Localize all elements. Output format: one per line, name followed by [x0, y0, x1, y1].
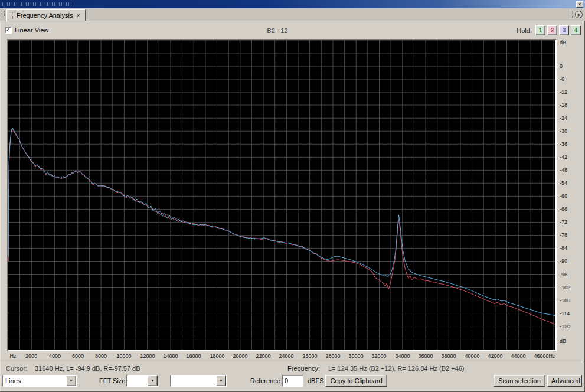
db-tick-label: -72 — [560, 220, 567, 225]
status-bar: Cursor: 31640 Hz, L= -94.9 dB, R=-97.57 … — [0, 362, 585, 373]
db-tick-label: -114 — [560, 311, 570, 316]
spectrum-canvas — [8, 40, 555, 350]
frequency-value: L= 124.35 Hz (B2 +12), R= 126.84 Hz (B2 … — [328, 365, 465, 372]
db-tick-label: -30 — [560, 129, 567, 134]
tab-bar: Frequency Analysis × ▶ — [0, 8, 585, 21]
window-close-button[interactable]: × — [576, 1, 583, 8]
frequency-tick-label: 24000 — [279, 353, 293, 359]
db-tick-label: -120 — [560, 324, 570, 329]
spectrum-plot[interactable] — [7, 39, 557, 351]
scan-selection-button[interactable]: Scan selection — [494, 375, 545, 387]
frequency-tick-label: 42000 — [488, 353, 502, 359]
frequency-tick-label: 4000 — [49, 353, 61, 359]
display-mode-select[interactable]: Lines ▼ — [2, 375, 77, 387]
display-mode-value: Lines — [3, 375, 66, 386]
frequency-tick-label: 40000 — [465, 353, 479, 359]
frequency-label: Frequency: — [287, 365, 320, 372]
dropdown-arrow-icon: ▼ — [70, 379, 73, 383]
db-tick-label: -24 — [560, 116, 567, 121]
frequency-tick-label: Hz — [10, 353, 17, 359]
titlebar-grip-icon — [2, 2, 73, 6]
fft-size-value — [127, 375, 148, 386]
frequency-tick-label: 8000 — [95, 353, 107, 359]
reference-unit-label: dBFS — [308, 377, 324, 384]
db-tick-label: dB — [560, 40, 566, 45]
db-axis: dB0-6-12-18-24-30-36-42-48-54-60-66-72-7… — [558, 40, 584, 350]
options-row: ✓ Linear View B2 +12 Hold: 1234 — [0, 22, 585, 39]
frequency-tick-label: 38000 — [441, 353, 456, 359]
db-tick-label: -66 — [560, 207, 567, 212]
frequency-tick-label: 6000 — [72, 353, 84, 359]
frequency-tick-label: 28000 — [325, 353, 340, 359]
fft-size-label: FFT Size: — [99, 377, 127, 384]
cursor-label: Cursor: — [6, 365, 27, 372]
db-tick-label: -60 — [560, 194, 567, 199]
advanced-button[interactable]: Advanced — [547, 375, 582, 387]
db-tick-label: -78 — [560, 233, 567, 238]
reference-input[interactable] — [282, 375, 303, 387]
frequency-tick-label: 22000 — [256, 353, 270, 359]
frequency-tick-label: 12000 — [140, 353, 155, 359]
bottom-toolbar: Lines ▼ FFT Size: ▼ ▼ Reference: dBFS Co… — [0, 374, 585, 390]
db-tick-label: -96 — [560, 272, 567, 277]
hold-group: Hold: 1234 — [517, 25, 581, 35]
tab-grip-icon — [11, 12, 13, 19]
frequency-tick-label: 14000 — [163, 353, 178, 359]
db-tick-label: -42 — [560, 155, 567, 160]
dropdown-arrow-icon: ▼ — [151, 379, 155, 383]
db-tick-label: -54 — [560, 181, 567, 186]
db-tick-label: -108 — [560, 298, 570, 303]
cursor-value: 31640 Hz, L= -94.9 dB, R=-97.57 dB — [35, 365, 140, 372]
window-titlebar[interactable]: × — [0, 0, 585, 8]
frequency-tick-label: 34000 — [395, 353, 410, 359]
right-channel-trace — [8, 129, 555, 325]
hold-label: Hold: — [517, 27, 532, 34]
db-tick-label: -48 — [560, 168, 567, 173]
db-tick-label: -36 — [560, 142, 567, 147]
db-tick-label: -90 — [560, 259, 567, 264]
frequency-analysis-window: × Frequency Analysis × ▶ ✓ Linear View B… — [0, 0, 585, 392]
db-tick-label: -102 — [560, 285, 570, 290]
frequency-tick-label: 26000 — [302, 353, 317, 359]
db-tick-label: -18 — [560, 103, 567, 108]
frequency-tick-label: Hz — [549, 353, 555, 359]
db-tick-label: -12 — [560, 90, 567, 95]
flyout-arrow-icon: ▶ — [578, 12, 581, 17]
fft-size-dropdown-button[interactable]: ▼ — [148, 375, 158, 386]
hold-button-1[interactable]: 1 — [535, 25, 545, 35]
note-readout: B2 +12 — [0, 27, 555, 34]
dropdown-arrow-icon: ▼ — [220, 379, 223, 383]
reference-label: Reference: — [250, 377, 282, 384]
window-function-dropdown-button[interactable]: ▼ — [216, 375, 226, 386]
window-function-select[interactable]: ▼ — [170, 375, 227, 387]
window-function-value — [171, 375, 216, 386]
frequency-tick-label: 16000 — [186, 353, 201, 359]
frequency-tick-label: 46000 — [534, 353, 548, 359]
tab-frequency-analysis[interactable]: Frequency Analysis × — [6, 9, 86, 21]
db-tick-label: 0 — [560, 64, 563, 69]
db-tick-label: -84 — [560, 246, 567, 251]
tab-close-icon[interactable]: × — [76, 12, 80, 19]
frequency-axis: Hz20004000600080001000012000140001600018… — [0, 353, 585, 361]
frequency-tick-label: 2000 — [25, 353, 37, 359]
frequency-tick-label: 18000 — [210, 353, 224, 359]
frequency-tick-label: 20000 — [233, 353, 247, 359]
frequency-tick-label: 10000 — [116, 353, 131, 359]
panel-grip-icon[interactable] — [2, 11, 5, 18]
frequency-tick-label: 32000 — [371, 353, 386, 359]
hold-button-2[interactable]: 2 — [547, 25, 557, 35]
display-mode-dropdown-button[interactable]: ▼ — [66, 375, 76, 386]
frequency-tick-label: 44000 — [511, 353, 525, 359]
hold-button-3[interactable]: 3 — [559, 25, 569, 35]
tab-title: Frequency Analysis — [17, 12, 73, 19]
hold-button-4[interactable]: 4 — [571, 25, 581, 35]
frequency-tick-label: 36000 — [418, 353, 433, 359]
db-tick-label: -6 — [560, 77, 564, 82]
hold-buttons: 1234 — [535, 25, 581, 35]
db-tick-label: dB — [560, 339, 566, 344]
fft-size-select[interactable]: ▼ — [126, 375, 158, 387]
copy-to-clipboard-button[interactable]: Copy to Clipboard — [325, 375, 387, 387]
frequency-tick-label: 30000 — [348, 353, 363, 359]
panel-grip-right-icon — [570, 11, 573, 18]
panel-menu-button[interactable]: ▶ — [575, 11, 583, 18]
